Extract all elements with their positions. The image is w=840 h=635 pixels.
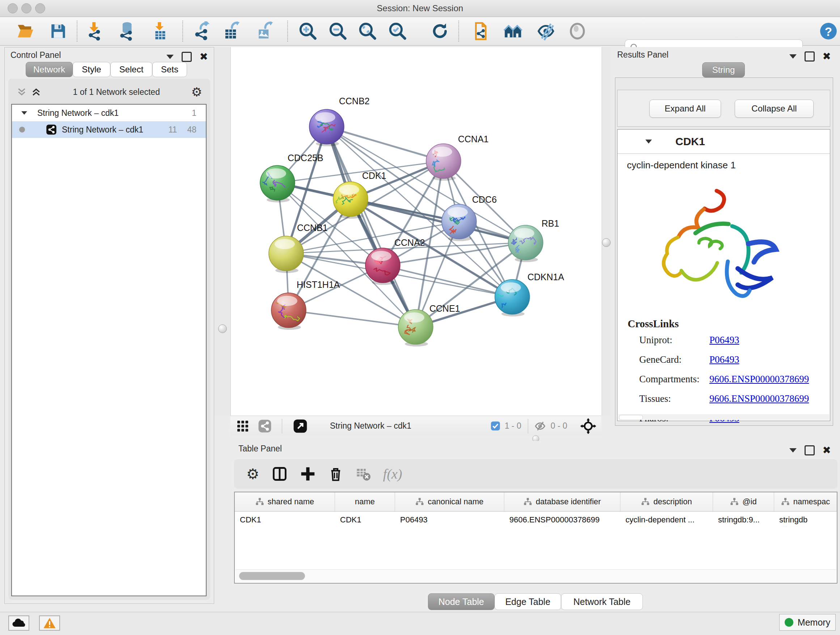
tab-select[interactable]: Select — [111, 62, 152, 77]
tab-node-table[interactable]: Node Table — [428, 593, 494, 610]
splitter-handle[interactable] — [602, 238, 611, 247]
edge-CCNB2-CCNA1[interactable] — [327, 127, 444, 161]
save-session-icon[interactable] — [48, 21, 68, 41]
import-network-file-icon[interactable] — [85, 21, 105, 41]
expand-all-button[interactable]: Expand All — [649, 100, 721, 118]
tab-style[interactable]: Style — [73, 62, 111, 77]
cell-description[interactable]: cyclin-dependent ... — [621, 511, 713, 528]
gene-header-row[interactable]: CDK1 — [617, 130, 830, 154]
collapse-all-icon[interactable] — [16, 87, 27, 97]
cloud-icon — [11, 618, 26, 629]
panel-menu-icon[interactable] — [789, 54, 797, 59]
table-settings-gear-icon[interactable]: ⚙ — [246, 468, 259, 480]
vertical-splitter-left[interactable] — [214, 47, 231, 416]
close-panel-icon[interactable]: ✖ — [200, 53, 208, 61]
panel-menu-icon[interactable] — [166, 55, 174, 59]
eye-icon[interactable] — [567, 21, 587, 41]
zoom-selected-icon[interactable] — [387, 21, 408, 41]
crosslink-tissues[interactable]: 9606.ENSP00000378699 — [709, 393, 809, 404]
import-network-database-icon[interactable] — [116, 21, 136, 41]
export-table-icon[interactable] — [222, 21, 242, 41]
column-header[interactable]: canonical name — [395, 492, 504, 511]
column-header[interactable]: description — [621, 492, 713, 511]
scrollbar-thumb[interactable] — [619, 415, 643, 420]
node-CCNB2[interactable]: CCNB2 — [309, 96, 370, 146]
cell-canonical-name[interactable]: P06493 — [395, 511, 504, 528]
first-neighbors-icon[interactable] — [471, 21, 491, 41]
crosslink-genecard[interactable]: P06493 — [709, 354, 739, 365]
delete-column-icon[interactable] — [328, 466, 343, 481]
cell-name[interactable]: CDK1 — [335, 511, 395, 528]
network-view-icon[interactable] — [258, 419, 272, 433]
help-icon[interactable]: ? — [818, 21, 838, 41]
node-HIST1H1A[interactable]: HIST1H1A — [271, 279, 340, 330]
tab-network-table[interactable]: Network Table — [561, 593, 643, 610]
show-columns-icon[interactable] — [272, 466, 287, 482]
collection-caret-icon[interactable] — [21, 111, 27, 115]
delete-table-icon[interactable] — [355, 466, 371, 481]
warning-button[interactable] — [39, 616, 60, 631]
close-panel-icon[interactable]: ✖ — [823, 447, 831, 454]
export-image-icon[interactable] — [254, 21, 275, 41]
grid-view-icon[interactable] — [236, 420, 249, 432]
float-panel-icon[interactable] — [182, 52, 192, 62]
column-header[interactable]: shared name — [235, 492, 335, 511]
crosslink-compartments[interactable]: 9606.ENSP00000378699 — [709, 374, 809, 385]
network-collection-row[interactable]: String Network – cdk1 1 — [12, 105, 206, 121]
tab-sets[interactable]: Sets — [152, 62, 187, 77]
import-table-file-icon[interactable] — [150, 21, 171, 41]
tab-string[interactable]: String — [702, 62, 745, 78]
splitter-handle[interactable] — [218, 325, 227, 333]
network-canvas[interactable]: CCNB2CCNA1CDC25BCDK1CDC6RB1CCNB1CCNA2CDK… — [231, 47, 602, 416]
horizontal-splitter[interactable] — [231, 436, 601, 441]
close-panel-icon[interactable]: ✖ — [823, 52, 831, 60]
network-row-selected[interactable]: String Network – cdk1 11 48 — [12, 121, 206, 138]
zoom-fit-icon[interactable] — [357, 21, 378, 41]
cloud-button[interactable] — [8, 616, 29, 631]
hide-selected-icon[interactable] — [536, 21, 556, 41]
gene-description: cyclin-dependent kinase 1 — [617, 154, 830, 171]
memory-button[interactable]: Memory — [779, 614, 836, 631]
vertical-splitter-right[interactable] — [601, 47, 611, 416]
open-in-window-icon[interactable] — [293, 419, 308, 433]
node-CDKN1A[interactable]: CDKN1A — [495, 272, 564, 317]
cell-shared-name[interactable]: CDK1 — [235, 511, 335, 528]
gene-collapse-icon[interactable] — [645, 140, 652, 144]
results-hscrollbar[interactable] — [618, 414, 829, 420]
add-column-icon[interactable] — [300, 466, 316, 482]
scrollbar-thumb[interactable] — [239, 572, 305, 580]
float-panel-icon[interactable] — [805, 445, 815, 455]
cell-id[interactable]: stringdb:9... — [713, 511, 774, 528]
open-session-icon[interactable] — [16, 21, 36, 41]
refresh-icon[interactable] — [430, 21, 450, 41]
column-header[interactable]: namespac — [774, 492, 837, 511]
houses-icon[interactable] — [503, 21, 523, 41]
node-CDK1[interactable]: CDK1 — [332, 171, 386, 219]
table-row[interactable]: CDK1 CDK1 P06493 9606.ENSP00000378699 cy… — [235, 511, 837, 528]
pan-crosshair-icon[interactable] — [580, 418, 596, 434]
zoom-out-icon[interactable] — [328, 21, 348, 41]
crosslink-uniprot[interactable]: P06493 — [709, 334, 739, 346]
tab-edge-table[interactable]: Edge Table — [494, 593, 561, 610]
collapse-all-button[interactable]: Collapse All — [735, 100, 813, 118]
edge-CCNB2-CCNE1[interactable] — [327, 127, 416, 327]
gear-icon[interactable]: ⚙ — [191, 86, 202, 98]
cell-database-identifier[interactable]: 9606.ENSP00000378699 — [504, 511, 621, 528]
network-graph[interactable]: CCNB2CCNA1CDC25BCDK1CDC6RB1CCNB1CCNA2CDK… — [231, 47, 602, 416]
float-panel-icon[interactable] — [805, 51, 815, 62]
column-header[interactable]: database identifier — [504, 492, 621, 511]
node-CCNA1[interactable]: CCNA1 — [426, 134, 489, 181]
zoom-in-icon[interactable] — [298, 21, 318, 41]
selected-checkbox-icon[interactable] — [491, 421, 500, 431]
tab-network[interactable]: Network — [26, 62, 73, 77]
function-builder-icon[interactable]: f(x) — [383, 466, 402, 482]
edge-CCNE1-HIST1H1A[interactable] — [289, 310, 416, 327]
node-RB1[interactable]: RB1 — [508, 218, 559, 262]
expand-all-icon[interactable] — [31, 87, 42, 97]
panel-menu-icon[interactable] — [789, 448, 797, 453]
column-header[interactable]: @id — [713, 492, 774, 511]
export-network-icon[interactable] — [192, 21, 212, 41]
table-hscrollbar[interactable] — [235, 570, 836, 582]
column-header[interactable]: name — [335, 492, 395, 511]
cell-namespace[interactable]: stringdb — [774, 511, 837, 528]
